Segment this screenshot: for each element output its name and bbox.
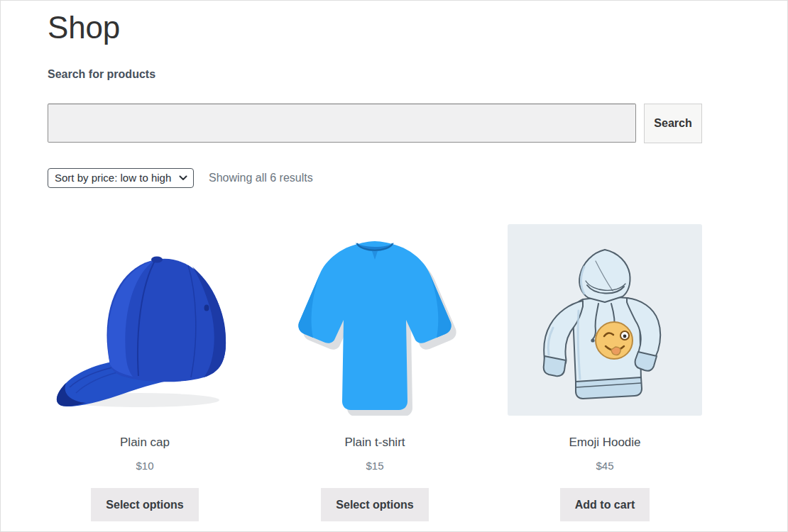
product-price: $45 <box>508 460 702 472</box>
blue-tshirt-image <box>278 224 472 416</box>
search-button[interactable]: Search <box>644 104 702 143</box>
product-card-plain-tshirt: Plain t-shirt $15 Select options <box>278 224 472 521</box>
product-price: $10 <box>48 460 242 472</box>
product-card-plain-cap: Plain cap $10 Select options <box>48 224 242 521</box>
shop-page: Shop Search for products Search Sort by … <box>0 0 788 532</box>
add-to-cart-button[interactable]: Add to cart <box>560 488 650 521</box>
sort-dropdown[interactable]: Sort by price: low to high <box>48 168 194 188</box>
product-card-emoji-hoodie: Emoji Hoodie $45 Add to cart <box>508 224 702 521</box>
product-title[interactable]: Emoji Hoodie <box>508 436 702 450</box>
select-options-button[interactable]: Select options <box>321 488 428 521</box>
search-input[interactable] <box>48 104 636 143</box>
product-grid: Plain cap $10 Select options <box>48 224 702 521</box>
product-title[interactable]: Plain cap <box>48 436 242 450</box>
emoji-hoodie-image <box>508 224 702 416</box>
product-image-plain-cap[interactable] <box>48 224 242 416</box>
results-count: Showing all 6 results <box>209 172 313 184</box>
product-price: $15 <box>278 460 472 472</box>
blue-cap-image <box>48 224 242 416</box>
product-search-form: Search <box>48 104 702 143</box>
sort-dropdown-wrap: Sort by price: low to high <box>48 168 194 188</box>
catalog-toolbar: Sort by price: low to high Showing all 6… <box>48 168 702 188</box>
select-options-button[interactable]: Select options <box>91 488 198 521</box>
product-image-plain-tshirt[interactable] <box>278 224 472 416</box>
product-title[interactable]: Plain t-shirt <box>278 436 472 450</box>
page-title: Shop <box>48 11 702 45</box>
search-label: Search for products <box>48 68 702 81</box>
product-image-emoji-hoodie[interactable] <box>508 224 702 416</box>
